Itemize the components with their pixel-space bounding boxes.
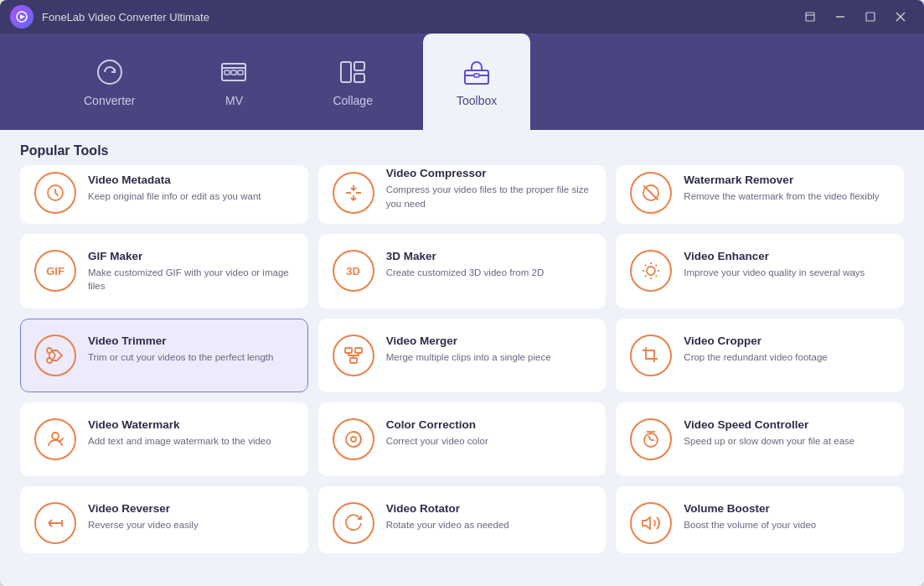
tool-card-reverser[interactable]: Video Reverser Reverse your video easily: [20, 486, 308, 553]
enhancer-desc: Improve your video quality in several wa…: [684, 266, 890, 279]
svg-point-30: [351, 437, 356, 442]
close-button[interactable]: [887, 5, 914, 29]
color-info: Color Correction Correct your video colo…: [386, 418, 592, 448]
merger-name: Video Merger: [386, 334, 592, 347]
svg-rect-25: [345, 348, 352, 353]
merger-desc: Merge multiple clips into a single piece: [386, 350, 592, 364]
volume-icon: [630, 502, 672, 544]
reverser-name: Video Reverser: [88, 502, 294, 515]
partial-tools-row: Video Metadata Keep original file info o…: [20, 165, 911, 224]
watermark-info: Video Watermark Add text and image water…: [88, 418, 294, 448]
tool-card-compressor[interactable]: Video Compressor Compress your video fil…: [318, 165, 607, 224]
rotator-info: Video Rotator Rotate your video as neede…: [386, 502, 592, 532]
svg-marker-1: [20, 14, 25, 19]
mv-icon: [219, 57, 249, 87]
toolbox-icon: [462, 57, 492, 87]
rotator-desc: Rotate your video as needed: [386, 518, 592, 532]
volume-info: Volume Booster Boost the volume of your …: [684, 502, 890, 532]
wmremover-name: Watermark Remover: [684, 174, 890, 186]
tool-card-color[interactable]: Color Correction Correct your video colo…: [318, 402, 607, 476]
main-content: Popular Tools Video Metadata Keep origin…: [0, 130, 924, 586]
tool-card-enhancer[interactable]: Video Enhancer Improve your video qualit…: [616, 234, 904, 309]
collage-label: Collage: [333, 94, 372, 107]
app-title: FoneLab Video Converter Ultimate: [42, 11, 797, 23]
enhancer-info: Video Enhancer Improve your video qualit…: [684, 250, 890, 279]
merger-info: Video Merger Merge multiple clips into a…: [386, 334, 592, 364]
tools-grid: GIF GIF Maker Make customized GIF with y…: [20, 234, 911, 553]
converter-label: Converter: [84, 94, 135, 107]
collage-icon: [338, 57, 368, 87]
3d-icon: 3D: [333, 250, 374, 292]
tool-card-metadata[interactable]: Video Metadata Keep original file info o…: [20, 165, 308, 224]
rotator-name: Video Rotator: [386, 502, 592, 515]
cropper-name: Video Cropper: [684, 334, 890, 347]
watermark-icon: [34, 418, 76, 460]
color-icon: [333, 418, 374, 460]
reverser-info: Video Reverser Reverse your video easily: [88, 502, 294, 532]
compressor-desc: Compress your video files to the proper …: [386, 183, 592, 210]
converter-icon: [95, 57, 125, 87]
tool-card-speed[interactable]: Video Speed Controller Speed up or slow …: [616, 402, 904, 476]
speed-name: Video Speed Controller: [684, 418, 890, 431]
tab-toolbox[interactable]: Toolbox: [423, 34, 530, 130]
tools-container: Video Metadata Keep original file info o…: [0, 165, 924, 586]
enhancer-name: Video Enhancer: [684, 250, 890, 262]
tool-card-gif[interactable]: GIF GIF Maker Make customized GIF with y…: [20, 234, 308, 309]
minimize-button[interactable]: [827, 5, 854, 29]
svg-point-7: [98, 60, 121, 84]
trim-icon: [34, 334, 76, 376]
svg-point-21: [647, 267, 655, 275]
compress-icon: [333, 172, 374, 214]
gif-icon: GIF: [34, 250, 76, 292]
tool-card-3d[interactable]: 3D 3D Maker Create customized 3D video f…: [318, 234, 607, 309]
tab-collage[interactable]: Collage: [299, 34, 405, 130]
tab-mv[interactable]: MV: [185, 34, 282, 130]
tab-converter[interactable]: Converter: [50, 34, 168, 130]
tool-card-cropper[interactable]: Video Cropper Crop the redundant video f…: [616, 319, 904, 392]
wmremover-desc: Remove the watermark from the video flex…: [684, 189, 890, 203]
color-desc: Correct your video color: [386, 434, 592, 448]
cropper-info: Video Cropper Crop the redundant video f…: [684, 334, 890, 364]
3d-info: 3D Maker Create customized 3D video from…: [386, 250, 592, 279]
app-logo: [10, 5, 34, 29]
metadata-info: Video Metadata Keep original file info o…: [88, 174, 294, 203]
caption-button[interactable]: [797, 5, 823, 29]
svg-rect-13: [354, 62, 364, 70]
tool-card-watermark[interactable]: Video Watermark Add text and image water…: [20, 402, 308, 476]
maximize-button[interactable]: [857, 5, 884, 29]
watermark-name: Video Watermark: [88, 418, 294, 431]
tool-card-merger[interactable]: Video Merger Merge multiple clips into a…: [318, 319, 607, 392]
svg-rect-2: [806, 13, 814, 21]
metadata-name: Video Metadata: [88, 174, 294, 186]
volume-name: Volume Booster: [684, 502, 890, 515]
mv-label: MV: [225, 94, 243, 107]
tool-card-rotator[interactable]: Video Rotator Rotate your video as neede…: [318, 486, 607, 553]
enhancer-icon: [630, 250, 672, 292]
watermark-desc: Add text and image watermark to the vide…: [88, 434, 294, 448]
svg-rect-10: [231, 70, 236, 75]
trimmer-name: Video Trimmer: [88, 334, 294, 347]
tool-card-volume[interactable]: Volume Booster Boost the volume of your …: [616, 486, 904, 553]
svg-rect-4: [866, 13, 875, 21]
compressor-info: Video Compressor Compress your video fil…: [386, 167, 592, 210]
tool-card-trimmer[interactable]: Video Trimmer Trim or cut your videos to…: [20, 319, 308, 392]
3d-desc: Create customized 3D video from 2D: [386, 266, 592, 279]
metadata-icon: [34, 172, 76, 214]
svg-rect-27: [350, 358, 357, 363]
svg-rect-26: [355, 348, 362, 353]
speed-icon: [630, 418, 672, 460]
watermark-remove-icon: [630, 172, 672, 214]
tool-card-wmremover[interactable]: Watermark Remover Remove the watermark f…: [616, 165, 904, 224]
merge-icon: [333, 334, 374, 376]
svg-rect-9: [225, 70, 230, 75]
svg-line-20: [644, 186, 658, 200]
svg-rect-12: [341, 62, 351, 82]
compressor-name: Video Compressor: [386, 167, 592, 179]
app-window: FoneLab Video Converter Ultimate: [0, 0, 924, 586]
tabbar: Converter MV C: [0, 34, 924, 130]
gif-name: GIF Maker: [88, 250, 294, 262]
wmremover-info: Watermark Remover Remove the watermark f…: [684, 174, 890, 203]
svg-rect-17: [474, 74, 479, 77]
gif-desc: Make customized GIF with your video or i…: [88, 266, 294, 293]
cropper-desc: Crop the redundant video footage: [684, 350, 890, 364]
